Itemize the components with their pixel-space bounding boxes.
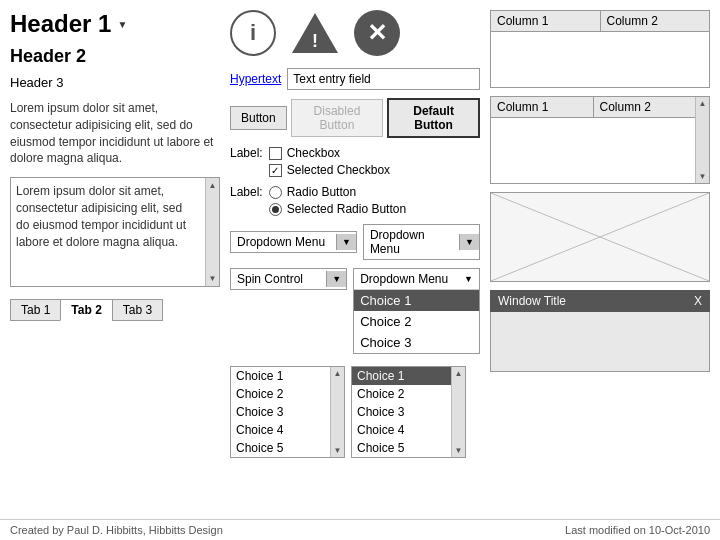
radio-selected[interactable]: Selected Radio Button <box>269 202 406 216</box>
table-1-col1: Column 1 <box>491 11 601 31</box>
radio-circle-unselected[interactable] <box>269 186 282 199</box>
dropdown-menu-2-arrow[interactable]: ▼ <box>459 234 479 250</box>
checkbox-label: Checkbox <box>287 146 340 160</box>
tabs-bar: Tab 1 Tab 2 Tab 3 <box>10 299 220 321</box>
list2-scroll-up[interactable]: ▲ <box>453 367 465 380</box>
dropdown-menu-2[interactable]: Dropdown Menu ▼ <box>363 224 480 260</box>
scroll-down-arrow[interactable]: ▼ <box>207 271 219 286</box>
spin-dropdown-row: Spin Control ▼ Dropdown Menu ▼ Choice 1 … <box>230 268 480 354</box>
list1-item-1[interactable]: Choice 1 <box>231 367 344 385</box>
table-2: Column 1 Column 2 ▲ ▼ <box>490 96 710 184</box>
window-title: Window Title <box>498 294 566 308</box>
dropdown-choice-1[interactable]: Choice 1 <box>354 290 479 311</box>
table-1-header: Column 1 Column 2 <box>491 11 709 32</box>
window-title-bar: Window Title X <box>490 290 710 312</box>
list1-item-2[interactable]: Choice 2 <box>231 385 344 403</box>
selected-radio-label: Selected Radio Button <box>287 202 406 216</box>
left-panel: Header 1 ▼ Header 2 Header 3 Lorem ipsum… <box>10 10 220 509</box>
middle-panel: i ! ✕ Hypertext Button Disabled Button D… <box>230 10 480 509</box>
list1-scrollbar[interactable]: ▲ ▼ <box>330 367 344 457</box>
list1-item-4[interactable]: Choice 4 <box>231 421 344 439</box>
open-dropdown: Dropdown Menu ▼ Choice 1 Choice 2 Choice… <box>353 268 480 354</box>
header1-dropdown-arrow[interactable]: ▼ <box>117 19 127 30</box>
tab-2[interactable]: Tab 2 <box>60 299 112 321</box>
dropdown-menu-1[interactable]: Dropdown Menu ▼ <box>230 231 357 253</box>
checkbox-box-checked[interactable]: ✓ <box>269 164 282 177</box>
lorem-text-1: Lorem ipsum dolor sit amet, consectetur … <box>10 100 220 167</box>
list-section: Choice 1 Choice 2 Choice 3 Choice 4 Choi… <box>230 366 480 458</box>
checkbox-unchecked[interactable]: Checkbox <box>269 146 390 160</box>
open-dropdown-title: Dropdown Menu <box>360 272 448 286</box>
radio-circle-selected[interactable] <box>269 203 282 216</box>
table-1: Column 1 Column 2 <box>490 10 710 88</box>
text-entry-input[interactable] <box>287 68 480 90</box>
checkbox-box-unchecked[interactable] <box>269 147 282 160</box>
open-dropdown-arrow[interactable]: ▼ <box>464 274 473 284</box>
right-panel: Column 1 Column 2 Column 1 Column 2 ▲ ▼ <box>490 10 710 509</box>
warning-icon: ! <box>292 10 338 56</box>
table-2-header: Column 1 Column 2 <box>491 97 709 118</box>
list-box-2: Choice 1 Choice 2 Choice 3 Choice 4 Choi… <box>351 366 466 458</box>
hypertext-row: Hypertext <box>230 68 480 90</box>
radio-row: Radio Button Selected Radio Button <box>269 185 406 216</box>
list2-item-2[interactable]: Choice 2 <box>352 385 465 403</box>
list-box-2-container: Choice 1 Choice 2 Choice 3 Choice 4 Choi… <box>351 366 466 458</box>
header1: Header 1 ▼ <box>10 10 220 38</box>
list2-scroll-down[interactable]: ▼ <box>453 444 465 457</box>
header2: Header 2 <box>10 46 220 67</box>
radio-label: Radio Button <box>287 185 356 199</box>
list1-item-3[interactable]: Choice 3 <box>231 403 344 421</box>
open-dropdown-header[interactable]: Dropdown Menu ▼ <box>354 269 479 290</box>
table-2-scroll-down[interactable]: ▼ <box>697 170 709 183</box>
window-widget: Window Title X <box>490 290 710 372</box>
list1-item-5[interactable]: Choice 5 <box>231 439 344 457</box>
table-2-col1: Column 1 <box>491 97 594 117</box>
dropdown-row: Dropdown Menu ▼ Dropdown Menu ▼ <box>230 224 480 260</box>
header3: Header 3 <box>10 75 220 90</box>
scroll-up-arrow[interactable]: ▲ <box>207 178 219 193</box>
dropdown-menu-1-arrow[interactable]: ▼ <box>336 234 356 250</box>
list1-scroll-down[interactable]: ▼ <box>332 444 344 457</box>
checkbox-checked[interactable]: ✓ Selected Checkbox <box>269 163 390 177</box>
dropdown-menu-1-value: Dropdown Menu <box>231 232 336 252</box>
radio-unselected[interactable]: Radio Button <box>269 185 406 199</box>
hypertext-link[interactable]: Hypertext <box>230 72 281 86</box>
list1-scroll-up[interactable]: ▲ <box>332 367 344 380</box>
dropdown-choice-2[interactable]: Choice 2 <box>354 311 479 332</box>
buttons-row: Button Disabled Button Default Button <box>230 98 480 138</box>
footer-right: Last modified on 10-Oct-2010 <box>565 524 710 536</box>
list2-item-5[interactable]: Choice 5 <box>352 439 465 457</box>
normal-button[interactable]: Button <box>230 106 287 130</box>
scrollbar-right[interactable]: ▲ ▼ <box>205 178 219 286</box>
list2-item-3[interactable]: Choice 3 <box>352 403 465 421</box>
table-2-scrollbar[interactable]: ▲ ▼ <box>695 97 709 183</box>
scrollable-text-box: Lorem ipsum dolor sit amet, consectetur … <box>10 177 220 287</box>
selected-checkbox-label: Selected Checkbox <box>287 163 390 177</box>
dropdown-choice-3[interactable]: Choice 3 <box>354 332 479 353</box>
list2-item-4[interactable]: Choice 4 <box>352 421 465 439</box>
list-box-1: Choice 1 Choice 2 Choice 3 Choice 4 Choi… <box>230 366 345 458</box>
dropdown-menu-2-value: Dropdown Menu <box>364 225 459 259</box>
scrollable-text-content: Lorem ipsum dolor sit amet, consectetur … <box>16 183 214 250</box>
table-1-col2: Column 2 <box>601 11 710 31</box>
tab-1[interactable]: Tab 1 <box>10 299 61 321</box>
default-button[interactable]: Default Button <box>387 98 480 138</box>
checkbox-section: Label: Checkbox ✓ Selected Checkbox <box>230 146 480 177</box>
spin-control[interactable]: Spin Control ▼ <box>230 268 347 290</box>
radio-section: Label: Radio Button Selected Radio Butto… <box>230 185 480 216</box>
table-2-body <box>491 118 709 183</box>
spin-value: Spin Control <box>231 269 326 289</box>
list-box-1-container: Choice 1 Choice 2 Choice 3 Choice 4 Choi… <box>230 366 345 458</box>
spin-arrow[interactable]: ▼ <box>326 271 346 287</box>
window-close-button[interactable]: X <box>694 294 702 308</box>
list2-scrollbar[interactable]: ▲ ▼ <box>451 367 465 457</box>
list2-item-1[interactable]: Choice 1 <box>352 367 465 385</box>
window-body <box>490 312 710 372</box>
footer-left: Created by Paul D. Hibbitts, Hibbitts De… <box>10 524 223 536</box>
placeholder-svg <box>491 193 709 281</box>
image-placeholder <box>490 192 710 282</box>
table-1-body <box>491 32 709 87</box>
tab-3[interactable]: Tab 3 <box>112 299 163 321</box>
checkbox-row: Checkbox ✓ Selected Checkbox <box>269 146 390 177</box>
table-2-scroll-up[interactable]: ▲ <box>697 97 709 110</box>
